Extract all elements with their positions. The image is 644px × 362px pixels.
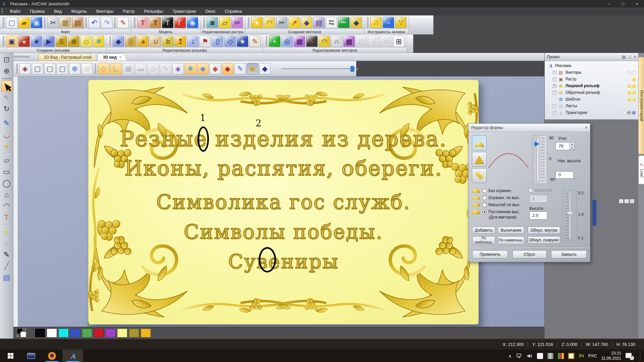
angle-spin-up[interactable]: ▲ [570, 142, 575, 146]
sponge-button[interactable]: ● [1, 141, 12, 152]
minimize-button[interactable]: – [602, 0, 616, 7]
star-relief-button[interactable]: ★ [31, 36, 42, 47]
tree-expand-icon[interactable]: + [553, 104, 556, 108]
apply-button[interactable]: Применить [472, 250, 508, 258]
fill-waves-button[interactable]: ≈ [383, 17, 394, 28]
maximize-button[interactable]: □ [616, 0, 630, 7]
node-curve-button[interactable]: ◠ [319, 36, 330, 47]
model-sphere-button[interactable]: ◉ [187, 17, 198, 28]
hidden-icons-chevron[interactable]: ∧ [508, 353, 512, 359]
paint-flood-button[interactable]: ◡ [1, 129, 12, 140]
paint-relief-button[interactable]: ✎ [234, 63, 246, 74]
diamond-curve-button[interactable]: ◆ [351, 17, 362, 28]
notification-center-icon[interactable]: 1 [626, 353, 633, 359]
by-max-button[interactable]: По наибольш. [472, 236, 495, 244]
palette-swatch-5[interactable] [82, 328, 92, 338]
isometric-view-button[interactable]: ◈ [19, 63, 31, 74]
shape-editor-button[interactable]: ▣ [6, 36, 17, 47]
by-min-button[interactable]: По наименьш. [498, 236, 524, 244]
visibility-bulb-icon[interactable] [627, 111, 631, 115]
pin-relief-button[interactable]: ↥ [175, 36, 186, 47]
taskbar-clock[interactable]: 23:21 11.05.2021 [601, 351, 621, 361]
zoom-window-button[interactable]: ⊡ [1, 54, 12, 65]
limit-option-3[interactable]: Масштаб по выс. [472, 201, 521, 208]
sculpt-texture-button[interactable]: ▒ [125, 36, 137, 47]
carve-chisel-button[interactable]: ╱ [1, 261, 12, 272]
texture-flow-button[interactable]: ≈ [306, 36, 318, 47]
pin-icon[interactable]: ⊥ [628, 55, 632, 59]
transform-vectors-button[interactable]: ⊞ [393, 36, 405, 47]
abc-grid-button[interactable]: ABC [338, 17, 350, 28]
taskbar-app-firefox[interactable] [42, 350, 62, 362]
menu-item-вид[interactable]: Вид [49, 7, 67, 15]
gold-bar-button[interactable]: ▬ [135, 63, 147, 74]
puzzle-button[interactable]: ▦ [123, 63, 134, 74]
tray-app-4-icon[interactable] [568, 353, 574, 359]
wrap-book-button[interactable]: ▤ [313, 17, 325, 28]
visibility-bulb-icon[interactable] [627, 91, 631, 95]
taskbar-app-monitor[interactable] [21, 350, 42, 362]
language-indicator[interactable]: РУС [588, 353, 597, 358]
shape-flat-option[interactable] [472, 168, 487, 183]
smudge-pen-button[interactable]: ✎ [1, 249, 12, 260]
scale-checkbox-box[interactable] [529, 188, 533, 192]
radio-button[interactable] [482, 189, 487, 193]
fit-curve-button[interactable]: ↗ [288, 17, 300, 28]
pillar-grid-button[interactable]: ▯ [212, 36, 223, 47]
angle-slider[interactable] [532, 135, 547, 184]
draw-ellipse-button[interactable]: ◯ [1, 178, 12, 189]
fill-points-button[interactable]: ∴ [370, 17, 382, 28]
envelope-button[interactable]: ↓ [187, 36, 199, 47]
transform-button[interactable]: ↻ [1, 104, 12, 114]
palette-swatch-8[interactable] [117, 328, 127, 338]
limit-option-4[interactable]: Постоянная выс. [472, 208, 520, 215]
new-file-button[interactable]: ▢ [6, 17, 17, 28]
erase-relief-button[interactable]: ✎ [249, 36, 261, 47]
height-slider[interactable] [562, 190, 577, 241]
draw-polygon-button[interactable]: ⌂ [1, 189, 12, 200]
menu-item-справка[interactable]: Справка [220, 7, 247, 15]
tab-live[interactable]: ✎ Live! [638, 156, 644, 184]
weave-relief-button[interactable]: ⊕ [68, 36, 79, 47]
visibility-bulb-icon[interactable] [632, 71, 636, 74]
draw-text-button[interactable]: T [1, 212, 12, 223]
menu-item-файл[interactable]: Файл [5, 7, 25, 15]
weld-vectors-button[interactable]: + [269, 36, 280, 47]
toggle-light-button[interactable]: ☼ [82, 63, 93, 74]
canvas-3d-view[interactable]: Резные изделия из дерева.Иконы, распятия… [13, 76, 544, 327]
dock-restore-icon[interactable]: ▫ [619, 199, 624, 203]
shape-dome-option[interactable] [472, 135, 487, 150]
angle-field[interactable]: 76 ▲ ▼ [555, 142, 575, 150]
tree-item-растр[interactable]: +▣Растр [545, 76, 638, 82]
smooth-pair-button[interactable]: ◆ [197, 63, 209, 74]
palette-swatch-10[interactable] [141, 328, 151, 338]
interactive-sculpt-button[interactable]: ∪ [150, 36, 161, 47]
texture-flake-view-button[interactable]: ❄ [185, 63, 196, 74]
copy-button[interactable]: ▥ [60, 17, 71, 28]
cut-button[interactable]: ✂ [47, 17, 59, 28]
zero-outside-button[interactable]: Обнул. снаружи [528, 236, 560, 244]
dialog-title-bar[interactable]: Редактор формы × [469, 124, 590, 132]
tray-app-3-icon[interactable] [558, 353, 564, 359]
start-height-field[interactable]: 0 [555, 171, 574, 179]
shading-slider[interactable] [281, 66, 354, 72]
tree-expand-icon[interactable]: + [553, 111, 556, 115]
show-desktop-button[interactable] [640, 350, 642, 362]
view-front-button[interactable]: ▢ [32, 63, 43, 74]
menu-item-траектории[interactable]: Траектории [168, 7, 201, 15]
shape-pyramid-option[interactable] [472, 152, 487, 167]
trim-vectors-button[interactable]: ✂ [276, 17, 287, 28]
network-icon[interactable] [516, 353, 522, 359]
tree-item-обратный-рельеф[interactable]: +✿Обратный рельеф [545, 89, 638, 96]
visibility-bulb-icon[interactable] [627, 84, 631, 88]
tab-3d-view[interactable]: 3D вид × [97, 53, 127, 61]
dome-shape-button[interactable]: ● [18, 36, 30, 47]
slider-handle[interactable] [351, 66, 354, 72]
gradient-diamond-button[interactable]: ◆ [259, 63, 271, 74]
rect-tool-button[interactable]: ▭ [381, 36, 392, 47]
tab-close-icon[interactable]: × [119, 55, 122, 60]
offset-vector-button[interactable]: ◎ [281, 36, 293, 47]
tray-app-2-icon[interactable] [547, 353, 553, 359]
visibility-bulb-icon[interactable] [627, 98, 631, 101]
open-file-button[interactable]: ▰ [18, 17, 30, 28]
